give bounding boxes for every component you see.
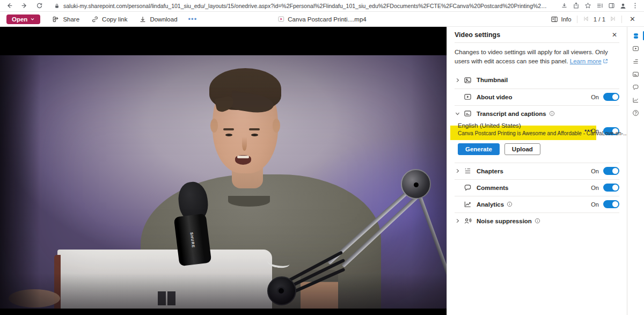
copy-link-label: Copy link [102, 16, 127, 23]
rail-video-settings-icon[interactable] [629, 31, 643, 41]
presenter-eye [251, 134, 258, 136]
row-analytics[interactable]: Analytics On [455, 196, 619, 213]
thumbnail-icon [464, 76, 477, 84]
video-file-icon [277, 16, 284, 23]
close-panel-button[interactable]: ✕ [610, 31, 619, 39]
about-video-toggle[interactable] [603, 93, 619, 101]
row-transcript-captions[interactable]: Transcript and captions [455, 105, 619, 122]
info-button[interactable]: Info [551, 16, 572, 23]
row-label: Noise suppression [477, 218, 532, 224]
rail-analytics-icon[interactable] [629, 95, 643, 105]
boom-arm-joint-hole [414, 182, 419, 187]
pager: 1 / 1 [583, 16, 616, 23]
row-thumbnail[interactable]: Thumbnail [455, 72, 619, 89]
reading-list-icon[interactable] [595, 1, 604, 11]
close-viewer-button[interactable]: ✕ [627, 15, 638, 23]
rail-comments-icon[interactable] [629, 82, 643, 92]
info-circle-icon [507, 201, 513, 207]
caption-file-name: Canva Postcard Printing is Awesome and A… [455, 129, 619, 136]
chevron-down-icon [30, 17, 35, 21]
row-comments[interactable]: Comments On [455, 179, 619, 196]
page-install-icon[interactable] [559, 1, 569, 11]
video-settings-panel: Video settings ✕ Changes to video settin… [447, 27, 627, 315]
rail-chapters-icon[interactable] [629, 56, 643, 67]
row-label: Analytics [477, 201, 504, 208]
lower-arm-joint-hole [279, 288, 284, 294]
rail-transcript-icon[interactable] [629, 69, 643, 79]
previous-item-icon[interactable] [583, 16, 589, 23]
comments-toggle[interactable] [603, 184, 619, 192]
caption-more-button[interactable]: ••• [584, 127, 593, 135]
comments-icon [464, 184, 477, 192]
row-chapters[interactable]: Chapters On [455, 163, 619, 179]
presenter-collar [228, 196, 270, 207]
chapters-icon [464, 167, 477, 175]
share-label: Share [63, 16, 79, 23]
info-circle-icon [549, 111, 555, 116]
rail-help-icon[interactable] [629, 108, 643, 118]
command-bar: Open Share Copy link Download ••• Canva … [0, 12, 644, 27]
analytics-toggle[interactable] [603, 200, 619, 208]
refresh-icon[interactable] [34, 1, 44, 11]
presenter-ear [210, 119, 218, 133]
side-panel-icon[interactable] [606, 1, 616, 11]
separator [621, 16, 622, 23]
generate-button[interactable]: Generate [458, 143, 500, 155]
download-button[interactable]: Download [139, 16, 177, 23]
chapters-toggle[interactable] [603, 167, 619, 175]
presenter-teeth [237, 156, 249, 158]
presenter-ear [273, 119, 280, 133]
chevron-right-icon[interactable] [455, 77, 464, 83]
caption-language: English (United States) [455, 122, 619, 129]
microphone-brand-label: SHURE [190, 232, 196, 248]
mic-boom-arm [416, 189, 447, 276]
panel-description: Changes to video settings will apply for… [455, 43, 619, 72]
presenter-eyebrow [249, 128, 260, 130]
noise-suppression-icon [464, 217, 477, 225]
profile-icon[interactable] [618, 1, 628, 11]
chevron-right-icon[interactable] [455, 218, 464, 224]
bookmark-star-icon[interactable] [583, 1, 592, 11]
share-page-icon[interactable] [571, 1, 581, 11]
panel-header: Video settings ✕ [455, 27, 619, 43]
browser-actions [559, 1, 640, 11]
learn-more-link[interactable]: Learn more [570, 58, 602, 64]
captions-section: English (United States) Canva Postcard P… [455, 122, 619, 160]
command-bar-right: Info 1 / 1 ✕ [551, 15, 638, 23]
row-about-video[interactable]: About video On [455, 89, 619, 105]
row-label: Comments [477, 185, 508, 191]
separator [577, 16, 577, 23]
browser-menu-icon[interactable] [630, 1, 640, 11]
chevron-right-icon[interactable] [455, 168, 464, 174]
toggle-state-label: On [591, 185, 599, 191]
row-label: Chapters [477, 168, 503, 174]
next-item-icon[interactable] [610, 16, 616, 23]
upload-button[interactable]: Upload [504, 143, 540, 155]
presenter-eyebrow [223, 128, 234, 130]
copy-link-icon [91, 16, 99, 23]
analytics-icon [464, 200, 477, 208]
rail-about-video-icon[interactable] [629, 43, 643, 54]
chevron-down-icon[interactable] [455, 111, 464, 116]
transcript-icon [464, 109, 477, 118]
toggle-state-label: On [591, 168, 599, 174]
presenter-eye [225, 134, 232, 136]
row-noise-suppression[interactable]: Noise suppression [455, 213, 619, 229]
info-label: Info [561, 16, 572, 23]
address-bar[interactable]: saluki-my.sharepoint.com/personal/lindaf… [49, 2, 554, 10]
more-commands-button[interactable]: ••• [188, 17, 197, 22]
forward-icon[interactable] [19, 1, 29, 11]
back-icon[interactable] [4, 1, 14, 11]
info-pane-icon [551, 16, 558, 23]
file-title-label: Canva Postcard Printi....mp4 [288, 16, 366, 23]
share-button[interactable]: Share [52, 16, 79, 23]
panel-title: Video settings [455, 31, 500, 39]
copy-link-button[interactable]: Copy link [91, 16, 127, 23]
laptop-logo [167, 291, 175, 305]
external-link-icon [603, 58, 608, 64]
lock-icon[interactable] [54, 3, 60, 9]
video-player[interactable]: SHURE [0, 27, 447, 315]
download-icon [139, 16, 147, 23]
open-button[interactable]: Open [6, 14, 40, 24]
row-label: Transcript and captions [477, 111, 546, 117]
